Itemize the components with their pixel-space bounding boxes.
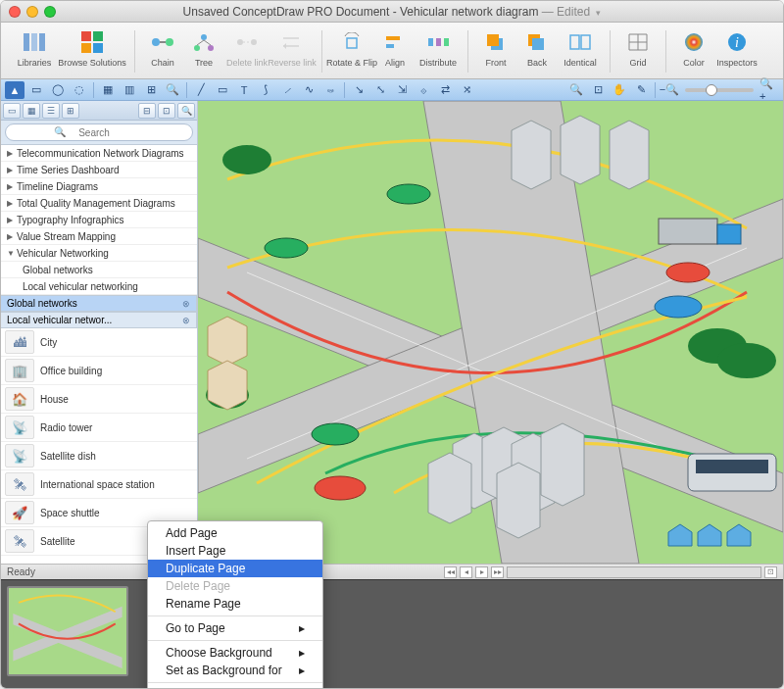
page-nav-prev[interactable]: ◂ — [460, 566, 472, 578]
sidebar-search-icon[interactable]: 🔍 — [177, 103, 195, 119]
tree-child[interactable]: Local vehicular networking — [1, 278, 197, 295]
close-tab-icon[interactable]: ⊗ — [182, 316, 190, 325]
tree-item[interactable]: Value Stream Mapping — [1, 228, 197, 245]
chain-button[interactable]: Chain — [143, 28, 182, 68]
sidebar-btn-1[interactable]: ▭ — [3, 103, 21, 119]
shape-item[interactable]: 🏢Office building — [1, 357, 197, 385]
zoom-fit-icon[interactable]: ⊡ — [588, 81, 608, 99]
tree-item[interactable]: Time Series Dashboard — [1, 162, 197, 178]
eyedropper-tool[interactable]: ✎ — [631, 81, 651, 99]
browse-solutions-button[interactable]: Browse Solutions — [58, 28, 126, 68]
spline-tool[interactable]: ⎃ — [320, 81, 340, 99]
menu-duplicate-page[interactable]: Duplicate Page — [148, 560, 322, 577]
connector-5[interactable]: ⇄ — [435, 81, 455, 99]
distribute-button[interactable]: Distribute — [416, 28, 460, 68]
back-button[interactable]: Back — [517, 28, 557, 68]
menu-set-bg[interactable]: Set as Background for — [148, 662, 322, 679]
svg-point-30 — [685, 33, 703, 51]
svg-point-59 — [387, 184, 430, 204]
shape-item[interactable]: 🏙City — [1, 328, 197, 357]
arc-tool[interactable]: ⟆ — [256, 81, 275, 99]
identical-button[interactable]: Identical — [559, 28, 602, 68]
connector-4[interactable]: ⟐ — [414, 81, 433, 99]
svg-point-57 — [655, 296, 702, 318]
sidebar-btn-5[interactable]: ⊟ — [138, 103, 156, 119]
connector-2[interactable]: ⤡ — [370, 81, 390, 99]
polyline-tool[interactable]: ⟋ — [277, 81, 297, 99]
libraries-button[interactable]: Libraries — [13, 28, 56, 68]
svg-rect-28 — [570, 35, 579, 49]
page-thumb-1[interactable] — [7, 586, 128, 676]
chevron-down-icon[interactable]: ▾ — [596, 8, 601, 18]
svg-marker-46 — [541, 423, 584, 506]
zoom-plus-icon[interactable]: 🔍+ — [760, 81, 779, 99]
tree-item[interactable]: Typography Infographics — [1, 212, 197, 228]
connector-3[interactable]: ⇲ — [392, 81, 412, 99]
tree-item[interactable]: Total Quality Management Diagrams — [1, 195, 197, 212]
pointer-tool[interactable]: ▲ — [5, 81, 24, 99]
shape-item[interactable]: 📡Satellite dish — [1, 442, 197, 470]
menu-go-to-page[interactable]: Go to Page — [148, 619, 322, 637]
tab-active[interactable]: Global networks⊗ — [1, 296, 197, 311]
rect-tool[interactable]: ▭ — [26, 81, 46, 99]
svg-point-10 — [201, 34, 207, 40]
close-icon[interactable] — [9, 6, 21, 18]
rect-shape-tool[interactable]: ▭ — [213, 81, 232, 99]
sidebar-btn-4[interactable]: ⊞ — [62, 103, 79, 119]
tree-item[interactable]: Telecommunication Network Diagrams — [1, 145, 197, 162]
page-nav-next[interactable]: ▸ — [475, 566, 488, 578]
align-button[interactable]: Align — [375, 28, 415, 68]
page-nav-last[interactable]: ▸▸ — [491, 566, 504, 578]
hand-tool[interactable]: ✋ — [610, 81, 629, 99]
tab-other[interactable]: Local vehicular networ...⊗ — [1, 313, 197, 327]
page-nav-first[interactable]: ◂◂ — [444, 566, 457, 578]
view-tool-1[interactable]: ▦ — [98, 81, 118, 99]
connector-6[interactable]: ⤨ — [457, 81, 476, 99]
rotate-flip-button[interactable]: Rotate & Flip — [330, 28, 373, 68]
title-prefix: Unsaved ConceptDraw PRO Document - — [183, 5, 400, 19]
text-tool[interactable]: T — [234, 81, 254, 99]
drawing-canvas[interactable] — [198, 101, 783, 564]
tree-child[interactable]: Global networks — [1, 262, 197, 278]
bezier-tool[interactable]: ∿ — [299, 81, 318, 99]
close-tab-icon[interactable]: ⊗ — [182, 299, 190, 309]
connector-1[interactable]: ↘ — [349, 81, 368, 99]
sidebar-btn-3[interactable]: ☰ — [42, 103, 60, 119]
h-scrollbar[interactable] — [507, 566, 761, 578]
shape-item[interactable]: 📡Radio tower — [1, 414, 197, 442]
sidebar-btn-6[interactable]: ⊡ — [158, 103, 175, 119]
ellipse-tool[interactable]: ◯ — [48, 81, 68, 99]
line-tool[interactable]: ╱ — [191, 81, 211, 99]
sidebar-tabs-2: Local vehicular networ...⊗ — [1, 312, 197, 328]
page-corner[interactable]: ⊡ — [764, 566, 777, 578]
shape-item[interactable]: 🏠House — [1, 385, 197, 414]
menu-choose-bg[interactable]: Choose Background — [148, 644, 322, 662]
zoom-minus-icon[interactable]: −🔍 — [660, 81, 679, 99]
grid-button[interactable]: Grid — [618, 28, 658, 68]
minimize-icon[interactable] — [26, 6, 38, 18]
lasso-tool[interactable]: ◌ — [70, 81, 89, 99]
inspectors-button[interactable]: i Inspectors — [715, 28, 759, 68]
reverse-link-button: Reverse link — [270, 28, 314, 68]
tree-item[interactable]: Timeline Diagrams — [1, 178, 197, 195]
svg-point-41 — [222, 145, 271, 174]
zoom-icon[interactable] — [44, 6, 56, 18]
libraries-icon — [21, 28, 48, 56]
search-tool[interactable]: 🔍 — [163, 81, 182, 99]
view-tool-2[interactable]: ▥ — [120, 81, 139, 99]
menu-rename-page[interactable]: Rename Page — [148, 595, 322, 613]
tree-button[interactable]: Tree — [184, 28, 223, 68]
search-input[interactable] — [5, 123, 193, 141]
sidebar-btn-2[interactable]: ▦ — [23, 103, 40, 119]
view-tool-3[interactable]: ⊞ — [141, 81, 161, 99]
menu-insert-page[interactable]: Insert Page — [148, 542, 322, 560]
zoom-slider[interactable] — [685, 88, 754, 92]
color-button[interactable]: Color — [674, 28, 713, 68]
shape-label: Satellite — [40, 536, 75, 547]
menu-add-page[interactable]: Add Page — [148, 524, 322, 542]
zoom-out-icon[interactable]: 🔍 — [566, 81, 586, 99]
tree-item-expanded[interactable]: Vehicular Networking — [1, 245, 197, 262]
svg-point-12 — [208, 45, 214, 51]
shape-item[interactable]: 🛰International space station — [1, 470, 197, 499]
front-button[interactable]: Front — [476, 28, 515, 68]
